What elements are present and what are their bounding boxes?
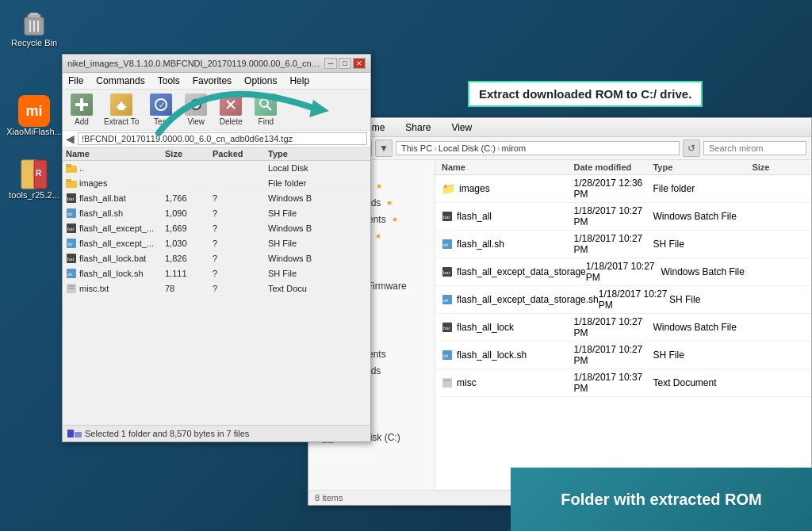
winrar-statusbar: Selected 1 folder and 8,570 bytes in 7 f… <box>63 425 370 441</box>
table-row[interactable]: shflash_all_lock.sh 1,111 ? SH File <box>63 266 370 281</box>
file-name: batflash_all.bat <box>66 193 165 204</box>
col-packed: Packed <box>213 149 268 159</box>
file-type: File folder <box>268 178 367 188</box>
extract-to-label: Extract To <box>104 117 139 126</box>
exp-col-date: Date modified <box>574 162 653 172</box>
svg-text:bat: bat <box>443 326 450 330</box>
menu-favorites[interactable]: Favorites <box>190 74 234 87</box>
breadcrumb[interactable]: This PC › Local Disk (C:) › mirom <box>396 141 680 155</box>
menu-commands[interactable]: Commands <box>94 74 147 87</box>
address-input[interactable] <box>78 132 367 145</box>
explorer-ribbon: File Home Share View <box>308 118 811 137</box>
test-button[interactable]: ✓ Test <box>145 92 177 128</box>
explorer-main: Name Date modified Type Size 📁images 1/2… <box>435 160 811 490</box>
table-row[interactable]: batflash_all_except_... 1,669 ? Windows … <box>63 221 370 236</box>
extract-to-icon <box>110 94 132 116</box>
svg-rect-21 <box>66 164 71 167</box>
table-row[interactable]: shflash_all_except_data_storage.sh 1/18/… <box>435 286 811 314</box>
svg-rect-2 <box>30 13 38 15</box>
file-name: batflash_all_lock.bat <box>66 253 165 264</box>
explorer-file-type: Text Document <box>653 377 752 388</box>
winrar-desktop-icon[interactable]: R tools_r25.2... <box>6 159 62 200</box>
explorer-window: File Home Share View ◀ ▶ ▲ ▼ This PC › L… <box>308 117 812 506</box>
svg-text:sh: sh <box>67 242 72 246</box>
recycle-bin-icon[interactable]: Recycle Bin <box>6 6 62 48</box>
menu-help[interactable]: Help <box>287 74 312 87</box>
menu-file[interactable]: File <box>66 74 86 87</box>
file-type: Local Disk <box>268 163 367 173</box>
svg-text:bat: bat <box>67 197 75 201</box>
table-row[interactable]: batflash_all_lock.bat 1,826 ? Windows B <box>63 251 370 266</box>
maximize-button[interactable]: □ <box>339 58 351 69</box>
svg-text:sh: sh <box>67 212 72 216</box>
table-row[interactable]: batflash_all_lock 1/18/2017 10:27 PM Win… <box>435 314 811 342</box>
file-packed: ? <box>213 269 268 278</box>
winrar-status-text: Selected 1 folder and 8,570 bytes in 7 f… <box>85 429 249 438</box>
table-row[interactable]: batflash_all 1/18/2017 10:27 PM Windows … <box>435 203 811 231</box>
explorer-file-date: 1/18/2017 10:27 PM <box>586 261 661 283</box>
menu-options[interactable]: Options <box>242 74 279 87</box>
find-button[interactable]: Find <box>250 92 282 128</box>
table-row[interactable]: shflash_all.sh 1,090 ? SH File <box>63 206 370 221</box>
search-input[interactable] <box>703 141 806 155</box>
xiaomi-flash-icon[interactable]: mi XiaoMiFlash... <box>6 95 62 136</box>
table-row[interactable]: misc 1/18/2017 10:37 PM Text Document <box>435 369 811 397</box>
file-size: 1,669 <box>165 223 213 233</box>
table-row[interactable]: batflash_all.bat 1,766 ? Windows B <box>63 191 370 206</box>
minimize-button[interactable]: ─ <box>324 58 337 69</box>
svg-rect-11 <box>118 108 124 110</box>
col-size: Size <box>165 149 213 159</box>
extract-to-button[interactable]: Extract To <box>101 92 142 128</box>
table-row[interactable]: shflash_all_except_... 1,030 ? SH File <box>63 236 370 251</box>
tab-share[interactable]: Share <box>395 118 441 136</box>
table-row[interactable]: 📁images 1/28/2017 12:36 PM File folder <box>435 175 811 203</box>
winrar-window: nikel_images_V8.1.10.0.MBFCNDI_20170119.… <box>62 54 371 442</box>
svg-text:sh: sh <box>67 272 72 277</box>
add-icon <box>71 94 93 116</box>
table-row[interactable]: misc.txt 78 ? Text Docu <box>63 281 370 296</box>
explorer-file-date: 1/18/2017 10:27 PM <box>574 233 653 255</box>
table-row[interactable]: batflash_all_except_data_storage 1/18/20… <box>435 258 811 286</box>
explorer-body: Quick access 🖥 Desktop ⬇ Downloads 📄 Doc… <box>308 160 811 490</box>
add-label: Add <box>75 117 89 126</box>
add-button[interactable]: Add <box>66 92 98 128</box>
nav-recent-button[interactable]: ▼ <box>375 139 393 157</box>
file-name: shflash_all_lock.sh <box>66 268 165 279</box>
file-name: images <box>66 178 165 189</box>
explorer-file-name: batflash_all_except_data_storage <box>442 266 586 277</box>
table-row[interactable]: shflash_all.sh 1/18/2017 10:27 PM SH Fil… <box>435 231 811 258</box>
table-row[interactable]: .. Local Disk <box>63 161 370 176</box>
svg-line-19 <box>267 106 271 110</box>
recycle-bin-label: Recycle Bin <box>11 38 57 48</box>
winrar-menubar: File Commands Tools Favorites Options He… <box>63 73 370 90</box>
explorer-file-date: 1/18/2017 10:27 PM <box>599 288 669 311</box>
file-packed: ? <box>213 284 268 293</box>
back-button[interactable]: ◀ <box>66 132 75 145</box>
explorer-file-type: Windows Batch File <box>653 322 752 333</box>
explorer-file-type: SH File <box>653 350 752 361</box>
refresh-button[interactable]: ↺ <box>683 139 700 157</box>
explorer-file-date: 1/18/2017 10:27 PM <box>574 344 653 366</box>
explorer-file-date: 1/28/2017 12:36 PM <box>574 178 653 200</box>
tab-view[interactable]: View <box>441 118 482 136</box>
view-button[interactable]: View <box>180 92 212 128</box>
file-type: Windows B <box>268 193 367 203</box>
explorer-file-date: 1/18/2017 10:37 PM <box>574 372 653 394</box>
table-row[interactable]: shflash_all_lock.sh 1/18/2017 10:27 PM S… <box>435 342 811 369</box>
table-row[interactable]: images File folder <box>63 176 370 191</box>
file-size: 78 <box>165 284 213 293</box>
file-table-header: Name Size Packed Type <box>63 147 370 161</box>
test-label: Test <box>154 117 168 126</box>
winrar-addressbar: ◀ <box>63 131 370 147</box>
file-packed: ? <box>213 193 268 203</box>
window-controls: ─ □ ✕ <box>324 58 366 69</box>
svg-text:bat: bat <box>443 215 450 220</box>
view-label: View <box>188 117 205 126</box>
svg-rect-23 <box>66 179 71 182</box>
menu-tools[interactable]: Tools <box>155 74 182 87</box>
svg-text:bat: bat <box>67 257 75 262</box>
close-button[interactable]: ✕ <box>353 58 366 69</box>
svg-rect-10 <box>80 98 83 111</box>
svg-text:bat: bat <box>443 270 450 275</box>
delete-button[interactable]: Delete <box>215 92 247 128</box>
